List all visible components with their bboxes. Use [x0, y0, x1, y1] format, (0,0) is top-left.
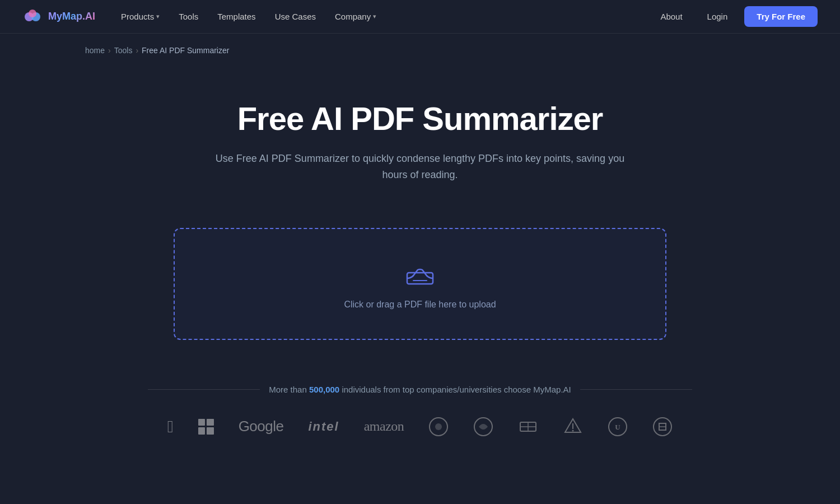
nav-label-products: Products: [121, 12, 154, 21]
circle-logo-icon-6: [652, 417, 673, 437]
logo-microsoft: [198, 419, 214, 435]
circle-logo-icon: [428, 417, 449, 437]
brand-name: MyMap.AI: [48, 11, 95, 22]
circle-logo-icon-3: [518, 417, 538, 437]
logo-apple: : [167, 418, 174, 435]
hero-section: Free AI PDF Summarizer Use Free AI PDF S…: [0, 55, 840, 206]
breadcrumb-sep-1: ›: [108, 46, 111, 55]
svg-text:U: U: [615, 423, 621, 431]
upload-icon: [405, 258, 435, 288]
logo-circle-3: [518, 417, 538, 437]
nav-label-templates: Templates: [217, 12, 255, 21]
social-text-pre: More than: [269, 385, 307, 394]
social-line-right: [580, 389, 692, 390]
breadcrumb-sep-2: ›: [136, 46, 138, 55]
circle-logo-icon-4: [563, 417, 583, 437]
upload-prompt: Click or drag a PDF file here to upload: [344, 300, 496, 310]
breadcrumb: home › Tools › Free AI PDF Summarizer: [0, 34, 840, 55]
social-text-highlight: 500,000: [309, 385, 339, 394]
logo-circle-4: [563, 417, 583, 437]
inbox-icon: [405, 258, 435, 286]
nav-label-company: Company: [335, 12, 371, 21]
social-proof-text: More than 500,000 individuals from top c…: [269, 385, 571, 394]
svg-rect-3: [407, 273, 433, 284]
upload-section: Click or drag a PDF file here to upload: [0, 206, 840, 362]
nav-item-templates[interactable]: Templates: [209, 7, 263, 26]
nav-about-link[interactable]: About: [652, 7, 690, 26]
svg-point-2: [29, 10, 36, 17]
nav-label-tools: Tools: [179, 12, 198, 21]
try-free-button[interactable]: Try For Free: [744, 6, 818, 27]
svg-point-13: [572, 430, 574, 431]
social-proof-row: More than 500,000 individuals from top c…: [22, 385, 818, 394]
social-line-left: [148, 389, 260, 390]
social-text-post: individuals from top companies/universit…: [342, 385, 571, 394]
chevron-down-icon: ▾: [156, 13, 160, 20]
nav-item-tools[interactable]: Tools: [171, 7, 206, 26]
logo-amazon: amazon: [364, 419, 404, 434]
logo-circle-1: [428, 417, 449, 437]
hero-subtitle: Use Free AI PDF Summarizer to quickly co…: [207, 151, 633, 183]
nav-item-company[interactable]: Company ▾: [327, 7, 384, 26]
logo-circle-5: U: [608, 417, 628, 437]
navbar: MyMap.AI Products ▾ Tools Templates Use …: [0, 0, 840, 34]
social-proof-section: More than 500,000 individuals from top c…: [0, 362, 840, 470]
logo-circle-2: [473, 417, 493, 437]
logos-row:  Google intel amazon: [22, 417, 818, 437]
breadcrumb-current: Free AI PDF Summarizer: [142, 46, 229, 55]
nav-item-products[interactable]: Products ▾: [113, 7, 167, 26]
breadcrumb-home[interactable]: home: [85, 46, 105, 55]
logo-intel: intel: [308, 419, 339, 434]
logo-circle-6: [652, 417, 673, 437]
breadcrumb-tools[interactable]: Tools: [114, 46, 133, 55]
circle-logo-icon-5: U: [608, 417, 628, 437]
hero-title: Free AI PDF Summarizer: [22, 100, 818, 137]
nav-login-link[interactable]: Login: [699, 7, 736, 26]
nav-left: MyMap.AI Products ▾ Tools Templates Use …: [22, 7, 384, 27]
nav-label-use-cases: Use Cases: [275, 12, 316, 21]
nav-links: Products ▾ Tools Templates Use Cases Com…: [113, 7, 384, 26]
nav-item-use-cases[interactable]: Use Cases: [267, 7, 324, 26]
logo[interactable]: MyMap.AI: [22, 7, 95, 27]
nav-right: About Login Try For Free: [652, 6, 818, 27]
circle-logo-icon-2: [473, 417, 493, 437]
chevron-down-icon-company: ▾: [373, 13, 376, 20]
logo-icon: [22, 7, 43, 27]
svg-point-6: [435, 423, 442, 430]
logo-google: Google: [239, 418, 284, 435]
upload-box[interactable]: Click or drag a PDF file here to upload: [174, 228, 666, 340]
